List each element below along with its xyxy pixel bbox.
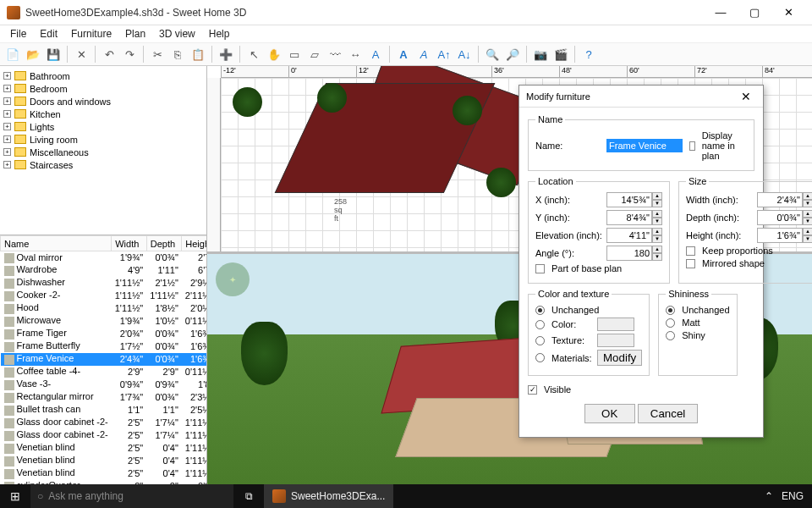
expander-icon[interactable]: + (3, 135, 11, 143)
select-icon[interactable]: ↖ (244, 45, 263, 64)
tree-node[interactable]: +Lights (3, 120, 203, 133)
open-icon[interactable]: 📂 (24, 45, 42, 64)
ok-button[interactable]: OK (584, 404, 635, 423)
dialog-titlebar[interactable]: Modify furniture ✕ (519, 86, 763, 108)
visible-checkbox[interactable]: ✓ (528, 385, 537, 395)
maximize-button[interactable]: ▢ (738, 3, 771, 23)
menu-file[interactable]: File (3, 26, 33, 41)
y-input[interactable] (606, 210, 652, 225)
menu-plan[interactable]: Plan (118, 26, 152, 41)
matt-radio[interactable] (666, 318, 675, 328)
taskbar-app-item[interactable]: SweetHome3DExa... (264, 484, 393, 508)
col-height[interactable]: Height (182, 236, 206, 251)
video-icon[interactable]: 🎬 (551, 45, 570, 64)
menu-help[interactable]: Help (202, 26, 237, 41)
copy-icon[interactable]: ⎘ (168, 45, 187, 64)
cancel-button[interactable]: Cancel (638, 404, 699, 423)
table-row[interactable]: Venetian blind2'5"0'4"1'11¼"✓ (1, 442, 207, 455)
display-name-checkbox[interactable] (689, 141, 695, 151)
tree-node[interactable]: +Staircases (3, 158, 203, 171)
cut-icon[interactable]: ✂ (148, 45, 167, 64)
text-italic-icon[interactable]: A (414, 45, 433, 64)
height-spinner[interactable]: ▲▼ (803, 228, 812, 243)
texture-radio[interactable] (535, 336, 545, 345)
x-spinner[interactable]: ▲▼ (652, 192, 662, 207)
expander-icon[interactable]: + (3, 72, 11, 80)
text-bold-icon[interactable]: A (394, 45, 413, 64)
close-window-button[interactable]: ✕ (771, 3, 805, 23)
new-icon[interactable]: 📄 (3, 45, 22, 64)
undo-icon[interactable]: ↶ (100, 45, 118, 64)
expander-icon[interactable]: + (3, 161, 11, 168)
col-width[interactable]: Width (112, 236, 147, 251)
increase-text-icon[interactable]: A↑ (435, 45, 453, 64)
expander-icon[interactable]: + (3, 148, 11, 156)
color-swatch-button[interactable] (597, 318, 634, 331)
elevation-spinner[interactable]: ▲▼ (652, 228, 662, 243)
materials-radio[interactable] (535, 353, 545, 362)
minimize-button[interactable]: — (704, 3, 738, 23)
x-input[interactable] (606, 192, 652, 207)
create-rooms-icon[interactable]: ▱ (305, 45, 324, 64)
table-row[interactable]: Bullet trash can1'1"1'1"2'5½"✓ (1, 404, 207, 417)
create-text-icon[interactable]: A (366, 45, 385, 64)
shiny-radio[interactable] (666, 331, 675, 340)
col-name[interactable]: Name (1, 236, 112, 251)
photo-icon[interactable]: 📷 (531, 45, 550, 64)
height-input[interactable] (757, 228, 803, 243)
table-row[interactable]: Venetian blind2'5"0'4"1'11¼"✓ (1, 455, 207, 467)
add-furniture-icon[interactable]: ➕ (217, 45, 235, 64)
tree-node[interactable]: +Doors and windows (3, 95, 203, 108)
task-view-icon[interactable]: ⧉ (233, 490, 264, 502)
menu-3dview[interactable]: 3D view (152, 26, 202, 41)
table-row[interactable]: Vase -3-0'9¾"0'9¾"1'8"✓ (1, 378, 207, 391)
mirrored-checkbox[interactable] (686, 259, 695, 268)
redo-icon[interactable]: ↷ (120, 45, 139, 64)
table-row[interactable]: Venetian blind2'5"0'4"1'11¼"✓ (1, 467, 207, 480)
elevation-input[interactable] (606, 228, 652, 243)
angle-input[interactable] (606, 246, 652, 261)
keep-proportions-checkbox[interactable] (686, 246, 695, 256)
tree-node[interactable]: +Living room (3, 133, 203, 146)
create-polylines-icon[interactable]: 〰 (326, 45, 344, 64)
col-depth[interactable]: Depth (146, 236, 182, 251)
zoom-in-icon[interactable]: 🔍 (483, 45, 502, 64)
3d-navigation-control[interactable]: ✦ (216, 262, 250, 296)
expander-icon[interactable]: + (3, 97, 11, 105)
table-row[interactable]: Frame Butterfly1'7½"0'0¾"1'6¾"✓ (1, 340, 207, 353)
save-icon[interactable]: 💾 (44, 45, 63, 64)
paste-icon[interactable]: 📋 (189, 45, 207, 64)
catalog-tree[interactable]: +Bathroom+Bedroom+Doors and windows+Kitc… (0, 66, 206, 235)
depth-spinner[interactable]: ▲▼ (803, 210, 812, 225)
menu-edit[interactable]: Edit (33, 26, 64, 41)
table-row[interactable]: Hood1'11½"1'8½"2'0¼"✓ (1, 302, 207, 315)
furniture-list[interactable]: Name Width Depth Height Visible Oval mir… (0, 235, 206, 484)
unchanged-radio[interactable] (535, 306, 545, 315)
texture-swatch-button[interactable] (597, 334, 634, 347)
table-row[interactable]: Microwave1'9¾"1'0½"0'11¼"✓ (1, 315, 207, 328)
expander-icon[interactable]: + (3, 85, 11, 92)
table-row[interactable]: Dishwasher1'11½"2'1½"2'9½"✓ (1, 277, 207, 290)
start-button[interactable]: ⊞ (0, 489, 30, 503)
create-walls-icon[interactable]: ▭ (285, 45, 304, 64)
taskbar-search[interactable]: ○ Ask me anything (30, 484, 233, 508)
modify-materials-button[interactable]: Modify (597, 350, 642, 366)
table-row[interactable]: Oval mirror1'9¾"0'0¾"2'7"✓ (1, 251, 207, 264)
color-radio[interactable] (535, 320, 545, 329)
table-row[interactable]: Glass door cabinet -2-2'5"1'7¼"1'11¼"✓ (1, 429, 207, 442)
menu-furniture[interactable]: Furniture (64, 26, 118, 41)
width-input[interactable] (757, 192, 803, 207)
table-row[interactable]: Glass door cabinet -2-2'5"1'7¼"1'11¼"✓ (1, 417, 207, 429)
shininess-unchanged-radio[interactable] (666, 306, 675, 315)
table-row[interactable]: Frame Venice2'4¾"0'0¾"1'6¾"✓ (1, 353, 207, 366)
expander-icon[interactable]: + (3, 110, 11, 118)
tray-lang[interactable]: ENG (782, 490, 804, 502)
table-row[interactable]: Wardrobe4'9"1'11"6'7"✓ (1, 264, 207, 277)
width-spinner[interactable]: ▲▼ (803, 192, 812, 207)
base-plan-checkbox[interactable] (535, 264, 545, 273)
zoom-out-icon[interactable]: 🔎 (503, 45, 522, 64)
depth-input[interactable] (757, 210, 803, 225)
angle-spinner[interactable]: ▲▼ (652, 246, 662, 261)
pan-icon[interactable]: ✋ (265, 45, 283, 64)
tray-chevron-icon[interactable]: ⌃ (765, 490, 773, 502)
